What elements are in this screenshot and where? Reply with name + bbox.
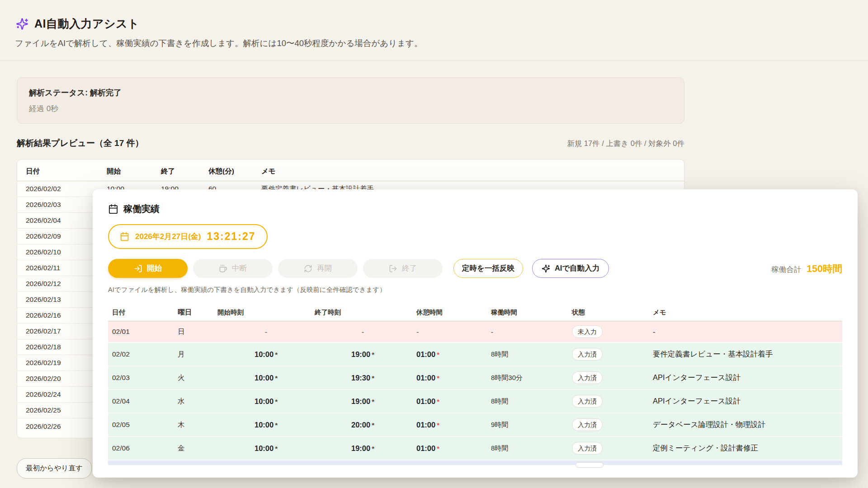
modal-title: 稼働実績 (123, 203, 160, 215)
start-button[interactable]: 開始 (108, 259, 188, 278)
timesheet-row[interactable]: 02/03 火 10:00* 19:30* 01:00* 8時間30分 入力済 … (108, 366, 842, 390)
timesheet-row-partial (108, 460, 842, 465)
status-badge: 入力済 (572, 395, 603, 408)
refresh-icon (304, 264, 312, 273)
preview-col-date: 日付 (17, 167, 107, 176)
col-work: 稼働時間 (491, 308, 572, 317)
col-date: 日付 (108, 308, 172, 317)
status-badge: 入力済 (572, 442, 603, 455)
preview-counts: 新規 17件 / 上書き 0件 / 対象外 0件 (567, 139, 684, 149)
timesheet-row[interactable]: 02/06 金 10:00* 19:00* 01:00* 8時間 入力済 定例ミ… (108, 437, 842, 460)
log-in-icon (134, 264, 142, 273)
timesheet-header: 日付 曜日 開始時刻 終了時刻 休憩時間 稼働時間 状態 メモ (108, 304, 842, 321)
calendar-icon (120, 232, 129, 241)
col-break: 休憩時間 (411, 308, 491, 317)
timesheet-row[interactable]: 02/01 日 - - - - 未入力 - (108, 321, 842, 343)
calendar-icon (108, 204, 118, 214)
col-end: 終了時刻 (315, 308, 411, 317)
col-status: 状態 (572, 308, 653, 317)
timesheet-row[interactable]: 02/02 月 10:00* 19:00* 01:00* 8時間 入力済 要件定… (108, 343, 842, 366)
preview-col-end: 終了 (161, 167, 208, 176)
ai-helper-text: AIでファイルを解析し、稼働実績の下書きを自動入力できます（反映前に全件確認でき… (108, 286, 842, 294)
status-badge (576, 462, 604, 468)
analysis-status-box: 解析ステータス: 解析完了 経過 0秒 (17, 77, 684, 124)
preview-heading-row: 解析結果プレビュー（全 17 件） 新規 17件 / 上書き 0件 / 対象外 … (17, 137, 684, 149)
header-divider (0, 61, 868, 61)
bulk-apply-button[interactable]: 定時を一括反映 (453, 259, 523, 278)
sparkles-icon (16, 18, 28, 30)
status-badge: 入力済 (572, 371, 603, 385)
col-memo: メモ (653, 308, 842, 317)
preview-col-break: 休憩(分) (208, 167, 261, 176)
sparkles-icon (542, 264, 550, 273)
current-date: 2026年2月27日(金) (135, 231, 201, 242)
status-badge: 入力済 (572, 418, 603, 432)
action-button-row: 開始 中断 再開 終了 定時を一括反映 AIで自動入力 稼働合計 150時間 (108, 259, 842, 278)
ai-autofill-button[interactable]: AIで自動入力 (532, 259, 609, 278)
coffee-icon (219, 264, 227, 273)
pause-button[interactable]: 中断 (193, 259, 273, 278)
page: AI自動入力アシスト ファイルをAIで解析して、稼働実績の下書きを作成します。解… (0, 0, 868, 488)
work-total-value: 150時間 (807, 262, 842, 275)
page-title: AI自動入力アシスト (34, 16, 139, 31)
log-out-icon (389, 264, 397, 273)
col-start: 開始時刻 (217, 308, 315, 317)
finish-button[interactable]: 終了 (363, 259, 443, 278)
preview-heading: 解析結果プレビュー（全 17 件） (17, 137, 143, 149)
modal-title-row: 稼働実績 (108, 203, 842, 215)
analysis-status-text: 解析ステータス: 解析完了 (29, 87, 672, 98)
work-record-modal: 稼働実績 2026年2月27日(金) 13:21:27 開始 中断 再開 終了 (93, 189, 858, 478)
status-badge: 未入力 (572, 325, 603, 338)
timesheet-row[interactable]: 02/05 木 10:00* 20:00* 01:00* 9時間 入力済 データ… (108, 413, 842, 437)
datetime-chip: 2026年2月27日(金) 13:21:27 (108, 224, 268, 249)
preview-col-start: 開始 (107, 167, 161, 176)
status-badge: 入力済 (572, 348, 603, 361)
restart-button[interactable]: 最初からやり直す (17, 458, 92, 479)
col-dow: 曜日 (172, 308, 217, 317)
timesheet-row[interactable]: 02/04 水 10:00* 19:00* 01:00* 8時間 入力済 API… (108, 390, 842, 413)
work-total-label: 稼働合計 (771, 265, 801, 275)
preview-table-header: 日付 開始 終了 休憩(分) メモ (17, 162, 684, 181)
current-time: 13:21:27 (207, 230, 256, 243)
elapsed-time-text: 経過 0秒 (29, 103, 672, 114)
page-header: AI自動入力アシスト (16, 16, 868, 31)
work-total: 稼働合計 150時間 (771, 262, 842, 275)
preview-col-memo: メモ (261, 167, 684, 176)
page-subtitle: ファイルをAIで解析して、稼働実績の下書きを作成します。解析には10〜40秒程度… (15, 38, 868, 49)
resume-button[interactable]: 再開 (278, 259, 358, 278)
timesheet-table: 日付 曜日 開始時刻 終了時刻 休憩時間 稼働時間 状態 メモ 02/01 日 … (108, 304, 842, 465)
